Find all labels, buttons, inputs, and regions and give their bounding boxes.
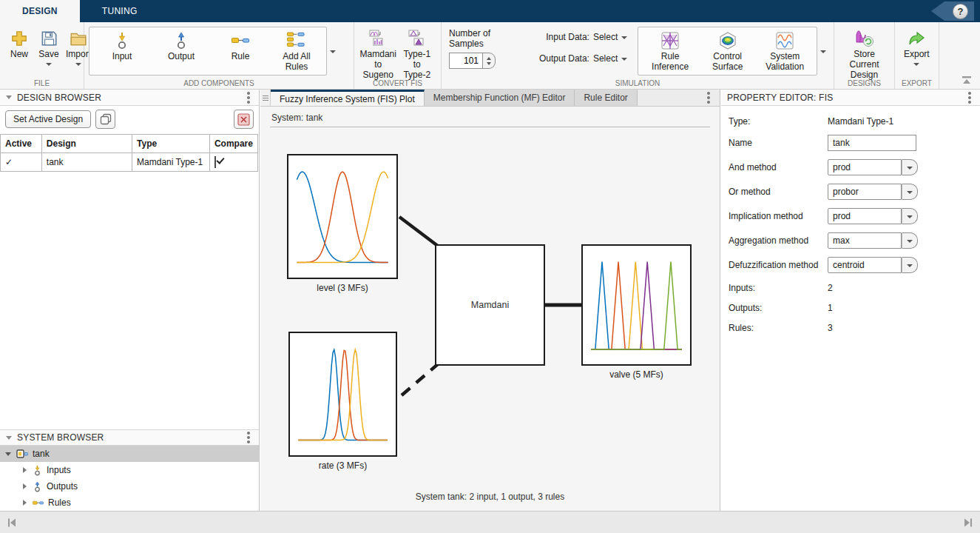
seek-start-button[interactable] — [6, 517, 18, 529]
spinner-down-button[interactable] — [487, 62, 491, 65]
collapsed-icon[interactable] — [23, 483, 27, 489]
add-rule-button[interactable]: Rule — [211, 29, 270, 73]
system-label: System: tank — [271, 113, 322, 123]
implication-method-label: Implication method — [729, 211, 828, 221]
tree-item-tank[interactable]: tank — [0, 446, 259, 462]
collapse-toolstrip-button[interactable] — [961, 76, 973, 84]
implication-method-dropdown[interactable]: prod — [828, 208, 918, 224]
help-icon[interactable]: ? — [953, 4, 968, 19]
or-method-dropdown[interactable]: probor — [828, 184, 918, 200]
mamdani-to-sugeno-button[interactable]: Mamdani to Sugeno — [359, 27, 398, 82]
export-icon — [907, 29, 926, 48]
toolstrip-section-export: Export EXPORT — [895, 22, 939, 89]
tab-rule-editor[interactable]: Rule Editor — [575, 90, 637, 106]
seek-end-icon — [962, 517, 974, 529]
and-method-dropdown[interactable]: prod — [828, 159, 918, 175]
export-button-label: Export — [904, 50, 930, 60]
tree-item-label: Outputs — [47, 481, 78, 492]
output-icon — [172, 31, 190, 50]
table-row[interactable]: ✓ tank Mamdani Type-1 — [1, 153, 258, 172]
system-validation-label: System Validation — [760, 52, 809, 73]
design-browser-menu-icon[interactable] — [247, 96, 250, 99]
or-method-label: Or method — [729, 187, 828, 197]
column-header-design: Design — [41, 135, 132, 153]
rate-mf-plot — [292, 335, 393, 453]
bottom-strip — [0, 511, 980, 533]
set-active-design-button[interactable]: Set Active Design — [5, 110, 91, 128]
type1-to-type2-icon — [408, 29, 427, 48]
inference-node-mamdani[interactable]: Mamdani — [435, 244, 545, 366]
save-button[interactable]: Save — [34, 27, 64, 68]
output-data-caret-icon — [621, 58, 627, 61]
control-surface-icon — [718, 31, 737, 50]
property-editor-menu-icon[interactable] — [968, 96, 971, 99]
dropdown-caret-icon — [907, 167, 913, 170]
input-node-rate[interactable] — [288, 332, 397, 457]
export-dropdown-caret-icon[interactable] — [913, 63, 919, 66]
document-menu-icon[interactable] — [707, 96, 710, 99]
number-of-samples-input[interactable] — [449, 53, 483, 69]
design-browser-toolbar: Set Active Design — [0, 106, 259, 133]
rule-inference-button[interactable]: Rule Inference — [641, 29, 699, 73]
tree-item-outputs[interactable]: Outputs — [0, 478, 259, 495]
compare-checkbox[interactable] — [214, 156, 216, 168]
type1-to-type2-button[interactable]: Type-1 to Type-2 — [398, 27, 437, 82]
add-all-rules-button[interactable]: Add All Rules — [270, 29, 323, 73]
aggregation-method-dropdown[interactable]: max — [828, 232, 918, 249]
name-field[interactable] — [828, 135, 916, 151]
tab-mf-editor[interactable]: Membership Function (MF) Editor — [425, 90, 575, 106]
ribbon-tab-design[interactable]: DESIGN — [0, 0, 80, 22]
divider — [270, 127, 710, 127]
add-all-rules-label: Add All Rules — [274, 52, 319, 73]
inputs-icon — [33, 465, 42, 476]
design-browser-collapse-icon[interactable] — [6, 95, 12, 99]
fuzzy-logic-designer-window: { "window": { "help_glyph": "?" }, "ribb… — [0, 0, 980, 533]
tab-fis-plot[interactable]: Fuzzy Inference System (FIS) Plot — [271, 90, 425, 106]
add-rule-label: Rule — [232, 52, 250, 62]
dropdown-caret-icon — [907, 191, 913, 194]
simulation-tools-group: Rule Inference Control Surface System Va… — [638, 27, 817, 76]
store-current-design-button[interactable]: Store Current Design — [839, 27, 890, 82]
system-browser-menu-icon[interactable] — [247, 436, 250, 439]
system-browser-collapse-icon[interactable] — [6, 436, 12, 440]
input-node-level[interactable] — [287, 154, 398, 279]
add-input-button[interactable]: Input — [92, 29, 152, 73]
number-of-samples-spinner — [449, 53, 527, 69]
help-button[interactable]: ? — [931, 1, 974, 21]
store-current-design-label: Store Current Design — [843, 50, 885, 80]
spinner-up-button[interactable] — [487, 57, 491, 60]
defuzzification-method-dropdown[interactable]: centroid — [828, 257, 918, 273]
expand-icon[interactable] — [5, 452, 11, 456]
delete-design-button[interactable] — [234, 110, 254, 129]
control-surface-button[interactable]: Control Surface — [699, 29, 757, 73]
copy-design-button[interactable] — [95, 110, 115, 129]
collapsed-icon[interactable] — [23, 500, 27, 506]
export-button[interactable]: Export — [899, 27, 934, 68]
rules-icon — [33, 498, 44, 508]
input-data-select[interactable]: Select — [593, 32, 627, 42]
output-data-select[interactable]: Select — [593, 53, 627, 64]
type-label: Type: — [729, 116, 828, 127]
collapsed-icon[interactable] — [23, 467, 27, 473]
tree-item-inputs[interactable]: Inputs — [0, 462, 259, 478]
import-dropdown-caret-icon[interactable] — [75, 63, 81, 66]
design-browser-empty-area — [0, 172, 259, 429]
new-button[interactable]: New — [4, 27, 34, 62]
file-section-label: FILE — [0, 79, 84, 87]
output-node-valve[interactable] — [581, 244, 692, 366]
save-dropdown-caret-icon[interactable] — [46, 63, 52, 66]
simulation-overflow-button[interactable] — [817, 27, 829, 76]
seek-end-button[interactable] — [962, 517, 974, 529]
rules-value: 3 — [828, 323, 833, 333]
system-validation-button[interactable]: System Validation — [756, 29, 814, 73]
system-browser-header: SYSTEM BROWSER — [0, 429, 259, 446]
design-browser-table: Active Design Type Compare ✓ tank Mamdan… — [0, 134, 258, 172]
tree-item-rules[interactable]: Rules — [0, 495, 259, 511]
ribbon-tab-tuning[interactable]: TUNING — [80, 0, 160, 22]
overflow-caret-icon — [330, 50, 336, 53]
add-components-overflow-button[interactable] — [327, 27, 339, 76]
cell-active-mark: ✓ — [1, 153, 42, 172]
splitter-grip-icon[interactable] — [260, 90, 271, 106]
system-browser-title: SYSTEM BROWSER — [17, 432, 239, 443]
add-output-button[interactable]: Output — [152, 29, 211, 73]
